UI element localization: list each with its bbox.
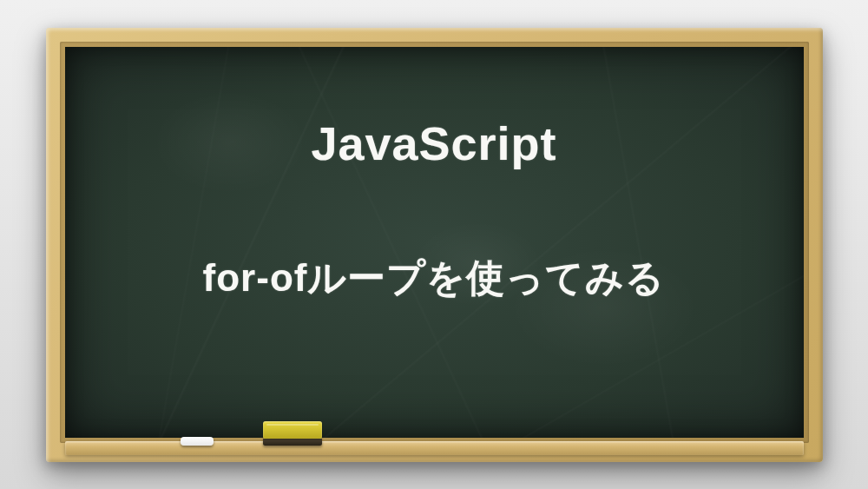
- chalk-tray: [65, 441, 804, 455]
- chalk-stick: [181, 437, 214, 446]
- board-eraser: [263, 421, 322, 446]
- eraser-sponge: [263, 421, 322, 439]
- board-subtitle: for-ofループを使ってみる: [203, 253, 666, 304]
- chalkboard-frame: JavaScript for-ofループを使ってみる: [46, 28, 823, 462]
- eraser-base: [263, 439, 322, 446]
- chalkboard-surface: JavaScript for-ofループを使ってみる: [65, 47, 804, 438]
- board-content: JavaScript for-ofループを使ってみる: [65, 47, 804, 438]
- board-title: JavaScript: [311, 116, 556, 170]
